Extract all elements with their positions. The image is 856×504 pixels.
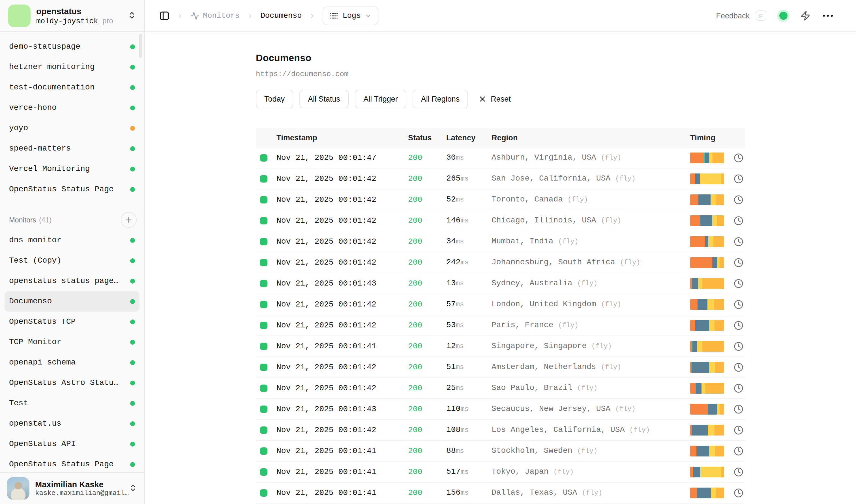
sidebar-item-label: verce-hono <box>9 103 57 112</box>
log-row[interactable]: Nov 21, 2025 00:01:4320013msSydney, Aust… <box>256 273 745 294</box>
log-row[interactable]: Nov 21, 2025 00:01:42200242msJohannesbur… <box>256 252 745 273</box>
sidebar-item-label: Test <box>9 399 28 408</box>
log-row[interactable]: Nov 21, 2025 00:01:4220034msMumbai, Indi… <box>256 231 745 252</box>
system-status-indicator[interactable] <box>777 10 789 22</box>
success-indicator <box>260 301 267 308</box>
sidebar-item-label: openstatus status page… <box>9 276 118 286</box>
log-row[interactable]: Nov 21, 2025 00:01:42200108msLos Angeles… <box>256 420 745 440</box>
monitors-list: dns monitorTest (Copy)openstatus status … <box>4 230 140 472</box>
timing-bar[interactable] <box>690 152 724 163</box>
shortcut-badge: F <box>756 11 766 21</box>
sidebar-item-monitor[interactable]: OpenStatus API <box>4 434 140 454</box>
sidebar-item-monitor[interactable]: OpenStatus TCP <box>4 311 140 332</box>
sidebar-item-monitor[interactable]: openstat.us <box>4 413 140 434</box>
filter-regions-button[interactable]: All Regions <box>413 90 468 108</box>
sidebar-list: demo-statuspagehetzner monitoringtest-do… <box>0 32 144 472</box>
timing-bar[interactable] <box>690 299 724 310</box>
region-cell: Tokyo, Japan (fly) <box>492 467 690 477</box>
breadcrumb-monitors[interactable]: Monitors <box>191 11 240 20</box>
sidebar-item-monitor[interactable]: dns monitor <box>4 230 140 250</box>
sidebar-item-monitor[interactable]: Documenso <box>4 291 140 311</box>
sidebar-toggle-button[interactable] <box>159 11 170 21</box>
chevrons-up-down-icon <box>128 11 136 21</box>
log-row[interactable]: Nov 21, 2025 00:01:4220051msAmsterdam, N… <box>256 357 745 378</box>
timing-bar[interactable] <box>690 278 724 289</box>
breadcrumb-monitor-name[interactable]: Documenso <box>261 11 302 20</box>
col-header-latency: Latency <box>446 133 492 142</box>
sidebar-item-status-page[interactable]: test-documentation <box>4 77 140 97</box>
log-row[interactable]: Nov 21, 2025 00:01:4220053msParis, Franc… <box>256 315 745 336</box>
status-code-cell: 200 <box>408 342 446 351</box>
timing-bar[interactable] <box>690 236 724 247</box>
sidebar-item-monitor[interactable]: Test <box>4 393 140 413</box>
timing-bar[interactable] <box>690 215 724 226</box>
sidebar-item-monitor[interactable]: openstatus status page… <box>4 271 140 291</box>
log-row[interactable]: Nov 21, 2025 00:01:41200156msDallas, Tex… <box>256 483 745 503</box>
org-name: openstatus <box>36 6 82 16</box>
log-row[interactable]: Nov 21, 2025 00:01:42200265msSan Jose, C… <box>256 168 745 189</box>
timing-bar[interactable] <box>690 446 724 456</box>
clock-icon <box>734 174 743 184</box>
sidebar-item-status-page[interactable]: yoyo <box>4 118 140 138</box>
col-header-region: Region <box>492 133 690 142</box>
timing-bar[interactable] <box>690 194 724 205</box>
log-row[interactable]: Nov 21, 2025 00:01:4120088msStockholm, S… <box>256 440 745 462</box>
sidebar-item-monitor[interactable]: Test (Copy) <box>4 250 140 271</box>
success-indicator <box>260 154 267 162</box>
sidebar-item-status-page[interactable]: OpenStatus Status Page <box>4 179 140 199</box>
sidebar-item-monitor[interactable]: TCP Monitor <box>4 332 140 352</box>
timing-bar[interactable] <box>690 320 724 331</box>
log-row[interactable]: Nov 21, 2025 00:01:42200146msChicago, Il… <box>256 210 745 231</box>
clock-icon <box>734 216 743 226</box>
log-row[interactable]: Nov 21, 2025 00:01:41200517msTokyo, Japa… <box>256 462 745 483</box>
sidebar-item-label: OpenStatus API <box>9 439 75 449</box>
status-code-cell: 200 <box>408 404 446 414</box>
sidebar-item-monitor[interactable]: openapi schema <box>4 352 140 373</box>
timing-bar[interactable] <box>690 257 724 268</box>
sidebar-item-monitor[interactable]: OpenStatus Status Page <box>4 454 140 472</box>
status-code-cell: 200 <box>408 467 446 477</box>
log-row[interactable]: Nov 21, 2025 00:01:4720030msAshburn, Vir… <box>256 147 745 168</box>
sidebar-item-status-page[interactable]: speed-matters <box>4 138 140 159</box>
sidebar-item-status-page[interactable]: demo-statuspage <box>4 36 140 57</box>
sidebar-item-status-page[interactable]: Vercel Monitoring <box>4 159 140 179</box>
monitors-section-header: Monitors (41) <box>4 210 140 230</box>
sidebar-item-status-page[interactable]: hetzner monitoring <box>4 57 140 77</box>
log-row[interactable]: Nov 21, 2025 00:01:4220052msToronto, Can… <box>256 189 745 210</box>
timestamp-cell: Nov 21, 2025 00:01:42 <box>277 258 408 267</box>
org-switcher[interactable]: openstatus moldy-joystick pro <box>0 0 144 32</box>
timing-bar[interactable] <box>690 383 724 394</box>
log-row[interactable]: Nov 21, 2025 00:01:4220025msSao Paulo, B… <box>256 378 745 399</box>
timing-bar[interactable] <box>690 362 724 373</box>
add-monitor-button[interactable] <box>121 212 137 228</box>
timestamp-cell: Nov 21, 2025 00:01:42 <box>277 174 408 184</box>
user-menu[interactable]: Maximilian Kaske kaske.maximilian@gmail… <box>0 472 144 504</box>
timing-bar[interactable] <box>690 467 724 478</box>
sidebar-scrollbar-thumb[interactable] <box>139 34 142 58</box>
timing-bar[interactable] <box>690 341 724 352</box>
more-options-button[interactable] <box>821 13 835 18</box>
timing-bar[interactable] <box>690 488 724 498</box>
timing-bar[interactable] <box>690 174 724 184</box>
log-row[interactable]: Nov 21, 2025 00:01:43200110msSecaucus, N… <box>256 399 745 420</box>
timing-bar[interactable] <box>690 404 724 415</box>
view-label: Logs <box>342 11 361 20</box>
status-dot <box>130 442 135 447</box>
clock-icon <box>734 383 743 393</box>
filter-date-button[interactable]: Today <box>256 90 293 108</box>
timestamp-cell: Nov 21, 2025 00:01:47 <box>277 153 408 163</box>
success-indicator <box>260 217 267 224</box>
sidebar-item-monitor[interactable]: OpenStatus Astro Statu… <box>4 373 140 393</box>
sidebar-item-status-page[interactable]: verce-hono <box>4 97 140 118</box>
log-row[interactable]: Nov 21, 2025 00:01:4120012msSingapore, S… <box>256 336 745 357</box>
filter-status-button[interactable]: All Status <box>299 90 349 108</box>
log-row[interactable]: Nov 21, 2025 00:01:4220057msLondon, Unit… <box>256 294 745 315</box>
status-code-cell: 200 <box>408 258 446 267</box>
reset-filters-button[interactable]: Reset <box>478 94 511 104</box>
timing-bar[interactable] <box>690 425 724 435</box>
feedback-button[interactable]: Feedback F <box>716 11 766 21</box>
view-selector-button[interactable]: Logs <box>323 6 378 25</box>
filter-trigger-button[interactable]: All Trigger <box>355 90 406 108</box>
command-menu-button[interactable] <box>800 11 810 21</box>
status-dot <box>130 320 135 324</box>
